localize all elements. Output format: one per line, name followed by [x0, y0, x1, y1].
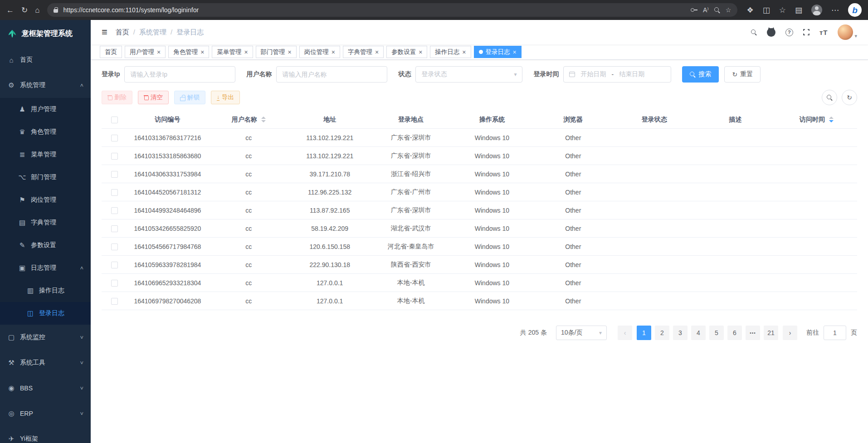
page-size-select[interactable]: 10条/页 ▾	[556, 326, 607, 340]
header-cell[interactable]: 访问编号	[127, 111, 208, 129]
row-checkbox[interactable]	[111, 243, 118, 250]
header-cell[interactable]: 登录状态	[614, 111, 695, 129]
sidebar-menu-item[interactable]: ▥ 操作日志	[0, 279, 91, 302]
search-icon[interactable]	[751, 29, 757, 35]
tab-close-icon[interactable]: ×	[332, 49, 335, 55]
sidebar-menu-item[interactable]: ♟ 用户管理	[0, 98, 91, 121]
goto-page-input[interactable]	[824, 326, 846, 340]
tab[interactable]: 参数设置 ×	[386, 46, 427, 58]
row-checkbox[interactable]	[111, 207, 118, 214]
sidebar-menu-item[interactable]: ≣ 菜单管理	[0, 143, 91, 166]
page-button[interactable]: 2	[655, 326, 669, 340]
tab-close-icon[interactable]: ×	[462, 49, 466, 55]
tab[interactable]: 登录日志 ×	[474, 46, 522, 58]
clear-button[interactable]: 清空	[138, 91, 169, 104]
search-button[interactable]: 搜索	[682, 66, 719, 83]
page-button[interactable]: 4	[691, 326, 706, 340]
copilot-icon[interactable]: b	[848, 3, 862, 17]
select-all-checkbox[interactable]	[111, 117, 118, 123]
header-cell[interactable]: 访问时间	[776, 111, 857, 129]
sidebar-menu-item[interactable]: ⌂ 首页	[0, 47, 91, 73]
delete-button[interactable]: 删除	[102, 91, 132, 104]
user-menu[interactable]: ▾	[838, 24, 857, 40]
tab[interactable]: 角色管理 ×	[168, 46, 209, 58]
address-bar[interactable]: https://ccnetcore.com:1101/system/log/lo…	[47, 3, 738, 17]
font-size-icon[interactable]: тT	[819, 29, 828, 36]
help-icon[interactable]: ?	[785, 29, 793, 36]
add-favorite-icon[interactable]: ☆	[726, 7, 731, 13]
table-row[interactable]: 1641054566717984768 cc 120.6.150.158 河北省…	[102, 238, 857, 256]
sidebar-menu-item[interactable]: ◫ 登录日志	[0, 302, 91, 325]
table-row[interactable]: 1641059633978281984 cc 222.90.130.18 陕西省…	[102, 256, 857, 274]
profile-icon[interactable]	[811, 5, 822, 15]
breadcrumb-item[interactable]: 系统管理	[139, 28, 176, 37]
page-button[interactable]: 3	[673, 326, 688, 340]
tab-close-icon[interactable]: ×	[157, 49, 161, 55]
tab-close-icon[interactable]: ×	[244, 49, 248, 55]
tab-close-icon[interactable]: ×	[200, 49, 204, 55]
sidebar-menu-item[interactable]: ▤ 字典管理	[0, 211, 91, 234]
sidebar-menu-item[interactable]: ▣ 日志管理	[0, 257, 91, 279]
breadcrumb-item[interactable]: 首页	[116, 28, 139, 37]
sidebar-menu-item[interactable]: ⚒ 系统工具	[0, 350, 91, 375]
tab[interactable]: 首页 ×	[100, 46, 122, 58]
row-checkbox[interactable]	[111, 280, 118, 287]
sidebar-menu-item[interactable]: ⚙ 系统管理	[0, 73, 91, 98]
date-range-picker[interactable]: 开始日期 - 结束日期	[563, 66, 671, 83]
more-options-icon[interactable]: ⋯	[831, 6, 839, 14]
reset-button[interactable]: ↻ 重置	[724, 66, 761, 83]
page-button[interactable]: 5	[709, 326, 724, 340]
sidebar-menu-item[interactable]: ♛ 角色管理	[0, 121, 91, 143]
header-cell[interactable]: 描述	[695, 111, 776, 129]
header-cell[interactable]: 登录地点	[371, 111, 452, 129]
end-date-placeholder[interactable]: 结束日期	[619, 70, 644, 78]
page-button[interactable]: •••	[746, 326, 760, 340]
sidebar-menu-item[interactable]: ✈ Yi框架	[0, 426, 91, 443]
reload-icon[interactable]: ↻	[21, 6, 28, 14]
unlock-button[interactable]: 解锁	[174, 91, 205, 104]
header-cell[interactable]: 操作系统	[452, 111, 533, 129]
tab[interactable]: 岗位管理 ×	[299, 46, 340, 58]
start-date-placeholder[interactable]: 开始日期	[580, 70, 606, 78]
split-screen-icon[interactable]: ◫	[763, 6, 770, 14]
status-select[interactable]: 登录状态 ▾	[415, 66, 522, 83]
table-row[interactable]: 1641031533185863680 cc 113.102.129.221 广…	[102, 147, 857, 165]
browser-essentials-icon[interactable]: ❖	[746, 6, 753, 14]
header-cell[interactable]: 浏览器	[532, 111, 614, 129]
hamburger-menu-icon[interactable]: ≡	[102, 27, 107, 37]
table-row[interactable]: 1641069798270046208 cc 127.0.0.1 本地-本机 W…	[102, 292, 857, 310]
page-button[interactable]: 1	[637, 326, 651, 340]
read-aloud-icon[interactable]: A⁾	[703, 7, 709, 13]
table-row[interactable]: 1641044520567181312 cc 112.96.225.132 广东…	[102, 183, 857, 201]
sidebar-menu-item[interactable]: ✎ 参数设置	[0, 234, 91, 257]
tab-close-icon[interactable]: ×	[375, 49, 379, 55]
export-button[interactable]: ↓ 导出	[211, 91, 240, 104]
username-input[interactable]	[276, 66, 387, 83]
row-checkbox[interactable]	[111, 262, 118, 268]
favorites-icon[interactable]: ☆	[779, 6, 786, 14]
toggle-search-button[interactable]	[822, 90, 837, 105]
fullscreen-icon[interactable]	[803, 29, 809, 35]
row-checkbox[interactable]	[111, 171, 118, 178]
row-checkbox[interactable]	[111, 135, 118, 141]
table-row[interactable]: 1641043063331753984 cc 39.171.210.78 浙江省…	[102, 165, 857, 183]
breadcrumb-item[interactable]: 登录日志	[176, 28, 212, 37]
page-button[interactable]: 6	[727, 326, 742, 340]
row-checkbox[interactable]	[111, 225, 118, 232]
browser-home-icon[interactable]: ⌂	[35, 6, 39, 14]
back-icon[interactable]: ←	[6, 6, 14, 14]
zoom-icon[interactable]	[714, 7, 720, 13]
table-row[interactable]: 1641044993248464896 cc 113.87.92.165 广东省…	[102, 201, 857, 219]
login-ip-input[interactable]	[124, 66, 235, 83]
tab[interactable]: 操作日志 ×	[430, 46, 471, 58]
header-cell[interactable]: 地址	[289, 111, 371, 129]
table-row[interactable]: 1641031367863177216 cc 113.102.129.221 广…	[102, 129, 857, 147]
app-logo[interactable]: 意框架管理系统	[0, 20, 91, 47]
header-cell[interactable]: 用户名称	[208, 111, 289, 129]
row-checkbox[interactable]	[111, 298, 118, 305]
sidebar-menu-item[interactable]: ▢ 系统监控	[0, 325, 91, 350]
next-page-button[interactable]: ›	[783, 326, 797, 340]
github-icon[interactable]	[767, 28, 775, 37]
tab[interactable]: 菜单管理 ×	[212, 46, 253, 58]
refresh-table-button[interactable]: ↻	[842, 90, 857, 105]
